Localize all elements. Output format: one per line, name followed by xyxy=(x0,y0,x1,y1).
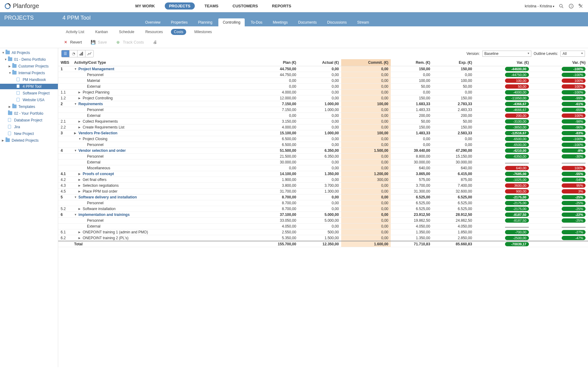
track-costs-button[interactable]: ⊕Track Costs xyxy=(115,39,144,45)
help-icon[interactable]: ? xyxy=(568,3,574,9)
table-row[interactable]: External0,000,000,0050,0050,0050,00100% xyxy=(58,84,588,90)
subtab-resources[interactable]: Resources xyxy=(142,29,166,35)
table-row[interactable]: External4.050,000,000,004.050,004.050,00 xyxy=(58,224,588,229)
col-var[interactable]: Var. (€) xyxy=(474,59,531,66)
table-row[interactable]: External30.000,000,000,0030.000,0030.000… xyxy=(58,159,588,165)
table-row[interactable]: ▼Project Closing6.500,000,000,000,000,00… xyxy=(58,136,588,142)
outline-select[interactable]: All xyxy=(560,51,585,57)
subtab-schedule[interactable]: Schedule xyxy=(116,29,137,35)
table-row[interactable]: External0,000,000,00200,00200,00200,0010… xyxy=(58,113,588,119)
view-chart-button[interactable]: ◔ xyxy=(70,50,77,57)
tab-meetings[interactable]: Meetings xyxy=(269,18,292,26)
table-row[interactable]: 3▶Vendors Pre-Selection15.100,001.000,00… xyxy=(58,130,588,136)
revert-button[interactable]: ✕Revert xyxy=(63,39,82,45)
tools-icon[interactable] xyxy=(578,3,584,9)
row-expand-icon[interactable]: ▶ xyxy=(78,178,82,181)
table-row[interactable]: 1.1▶Project Planning4.000,000,000,000,00… xyxy=(58,90,588,95)
table-row[interactable]: 6▼implementation and trainings37.100,005… xyxy=(58,212,588,218)
topnav-reports[interactable]: REPORTS xyxy=(268,2,296,10)
tree-software-project[interactable]: Software Project xyxy=(0,90,58,96)
table-row[interactable]: 4.3▶Selection negotiations3.800,003.700,… xyxy=(58,183,588,189)
row-expand-icon[interactable]: ▶ xyxy=(78,172,82,175)
save-button[interactable]: 💾Save xyxy=(90,39,107,45)
col-wbs[interactable]: WBS xyxy=(58,59,72,66)
row-expand-icon[interactable]: ▶ xyxy=(78,97,82,100)
topnav-teams[interactable]: TEAMS xyxy=(200,2,223,10)
print-button[interactable]: 🖨 xyxy=(153,39,158,45)
table-row[interactable]: 2▼Requirements7.150,001.000,00100,001.68… xyxy=(58,101,588,107)
tree-pm-handbook[interactable]: PM Handbook xyxy=(0,77,58,82)
tab-stream[interactable]: Stream xyxy=(353,18,373,26)
col-rem[interactable]: Rem. (€) xyxy=(391,59,433,66)
tree-internal-projects[interactable]: ▼Internal Projects xyxy=(0,70,58,76)
row-expand-icon[interactable]: ▼ xyxy=(78,137,82,140)
subtab-costs[interactable]: Costs xyxy=(171,29,187,35)
table-row[interactable]: Personnel7.150,001.000,000,001.483,332.4… xyxy=(58,107,588,113)
table-row[interactable]: 2.2▶Create Requirements List4.000,000,00… xyxy=(58,125,588,130)
tree-website-usa[interactable]: Website USA xyxy=(0,97,58,103)
table-row[interactable]: Material0,000,000,00100,00100,00100,0010… xyxy=(58,78,588,84)
topnav-projects[interactable]: PROJECTS xyxy=(165,2,195,10)
search-icon[interactable] xyxy=(559,3,564,9)
table-row[interactable]: 4.5▶Place PPM tool order31.700,001.300,0… xyxy=(58,189,588,194)
view-trend-button[interactable] xyxy=(85,50,93,57)
tree-new-project[interactable]: New Project xyxy=(0,131,58,136)
table-row[interactable]: 5▼Software delivery and installation8.70… xyxy=(58,194,588,200)
row-expand-icon[interactable]: ▶ xyxy=(78,126,82,129)
col-exp[interactable]: Exp. (€) xyxy=(433,59,475,66)
row-expand-icon[interactable]: ▶ xyxy=(78,190,82,193)
row-expand-icon[interactable]: ▼ xyxy=(74,102,78,105)
table-row[interactable]: 6.1▶ONEPOINT training 1 (admin and PMO)2… xyxy=(58,229,588,235)
subtab-milestones[interactable]: Milestones xyxy=(191,29,215,35)
row-expand-icon[interactable]: ▼ xyxy=(74,196,78,199)
table-row[interactable]: Personnel21.500,006.350,000,008.800,0015… xyxy=(58,154,588,159)
table-row[interactable]: 4.2▶Get final offers1.900,000,00300,0057… xyxy=(58,177,588,183)
row-expand-icon[interactable]: ▶ xyxy=(78,91,82,94)
row-expand-icon[interactable]: ▼ xyxy=(74,67,78,71)
row-expand-icon[interactable]: ▶ xyxy=(78,120,82,123)
tree-your-portfolio[interactable]: 02 - Your Portfolio xyxy=(0,111,58,116)
tab-documents[interactable]: Documents xyxy=(294,18,321,26)
topnav-mywork[interactable]: MY WORK xyxy=(131,2,159,10)
table-row[interactable]: 4▼Vendor selection and order51.500,006.3… xyxy=(58,148,588,154)
tree-customer-projects[interactable]: ▶Customer Projects xyxy=(0,63,58,69)
tab-properties[interactable]: Properties xyxy=(167,18,192,26)
row-expand-icon[interactable]: ▼ xyxy=(74,213,78,216)
topnav-customers[interactable]: CUSTOMERS xyxy=(228,2,262,10)
row-expand-icon[interactable]: ▼ xyxy=(74,149,78,152)
table-row[interactable]: Personnel44.750,000,000,000,000,00-44750… xyxy=(58,72,588,78)
subtab-activity-list[interactable]: Activity List xyxy=(63,29,87,35)
table-row[interactable]: 6.2▶ONEPOINT training 2 (PL's)5.350,001.… xyxy=(58,235,588,241)
version-select[interactable]: Baseline xyxy=(482,51,531,57)
tree-database-project[interactable]: Database Project xyxy=(0,117,58,123)
col-activity[interactable]: Activity/Cost Type xyxy=(72,59,253,66)
col-commit[interactable]: Commit. (€) xyxy=(341,59,391,66)
table-row[interactable]: Personnel33.050,005.000,000,0019.862,502… xyxy=(58,218,588,224)
col-plan[interactable]: Plan (€) xyxy=(253,59,299,66)
row-expand-icon[interactable]: ▶ xyxy=(74,132,78,135)
col-actual[interactable]: Actual (€) xyxy=(299,59,341,66)
col-varpct[interactable]: Var. (%) xyxy=(531,59,588,66)
tree-demo-portfolio[interactable]: ▼01 - Demo Portfolio xyxy=(0,57,58,62)
tree-jira[interactable]: Jira xyxy=(0,124,58,130)
view-list-button[interactable]: ☰ xyxy=(62,50,70,57)
row-expand-icon[interactable]: ▶ xyxy=(78,207,82,210)
row-expand-icon[interactable]: ▶ xyxy=(78,236,82,240)
subtab-kanban[interactable]: Kanban xyxy=(92,29,111,35)
table-row[interactable]: Personnel8.700,000,000,006.525,006.525,0… xyxy=(58,200,588,206)
table-row[interactable]: 1.2▶Project Controlling12.000,000,000,00… xyxy=(58,95,588,101)
tree-deleted-projects[interactable]: ▶Deleted Projects xyxy=(0,138,58,143)
table-row[interactable]: 2.1▶Collect Requirements3.150,000,000,00… xyxy=(58,119,588,125)
tree-ppm-tool[interactable]: 4 PPM Tool xyxy=(0,84,58,89)
tab-planning[interactable]: Planning xyxy=(194,18,217,26)
row-expand-icon[interactable]: ▶ xyxy=(78,184,82,187)
table-row[interactable]: 5.2▶Software installation8.700,000,000,0… xyxy=(58,206,588,212)
user-menu[interactable]: kristina - Kristina xyxy=(525,4,554,8)
table-row[interactable]: Miscellaneous0,000,000,00640,00640,00640… xyxy=(58,165,588,171)
tab-controlling[interactable]: Controlling xyxy=(218,18,244,26)
table-row[interactable]: 1▼Project Management44.750,000,000,00150… xyxy=(58,66,588,72)
tab-todos[interactable]: To-Dos xyxy=(247,18,267,26)
tree-templates[interactable]: ▶Templates xyxy=(0,104,58,109)
table-row[interactable]: Personnel6.500,000,000,000,000,00-6500,0… xyxy=(58,142,588,148)
row-expand-icon[interactable]: ▶ xyxy=(78,231,82,234)
